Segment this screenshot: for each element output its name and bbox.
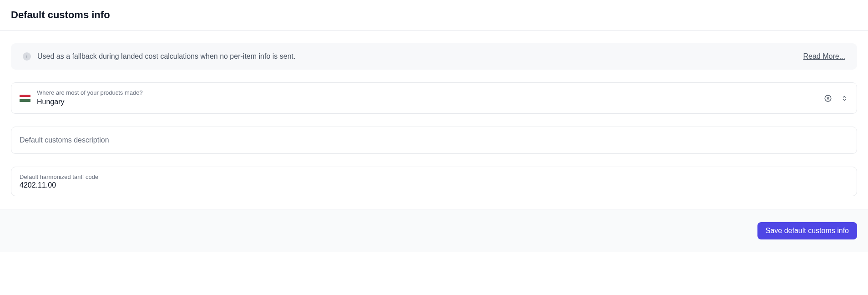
customs-description-field[interactable]: Default customs description <box>11 127 857 154</box>
read-more-link[interactable]: Read More... <box>803 52 845 61</box>
flag-hungary-icon <box>20 95 30 102</box>
footer-bar: Save default customs info <box>0 209 868 252</box>
info-banner-left: Used as a fallback during landed cost ca… <box>23 52 295 61</box>
clear-icon[interactable] <box>824 94 832 102</box>
origin-country-select[interactable]: Where are most of your products made? Hu… <box>11 82 857 114</box>
origin-field-body: Where are most of your products made? Hu… <box>37 89 818 107</box>
info-banner: Used as a fallback during landed cost ca… <box>11 43 857 70</box>
origin-value: Hungary <box>37 97 818 107</box>
tariff-value-input[interactable] <box>20 181 848 189</box>
info-banner-text: Used as a fallback during landed cost ca… <box>37 52 295 61</box>
chevron-updown-icon[interactable] <box>840 94 848 102</box>
origin-label: Where are most of your products made? <box>37 89 818 97</box>
content-area: Used as a fallback during landed cost ca… <box>0 31 868 196</box>
tariff-code-field[interactable]: Default harmonized tariff code <box>11 167 857 196</box>
page-title: Default customs info <box>11 9 857 21</box>
info-icon <box>23 52 31 61</box>
page-header: Default customs info <box>0 0 868 31</box>
tariff-label: Default harmonized tariff code <box>20 173 98 180</box>
customs-description-placeholder: Default customs description <box>20 136 109 144</box>
origin-field-actions <box>824 94 848 102</box>
save-button[interactable]: Save default customs info <box>757 222 857 239</box>
